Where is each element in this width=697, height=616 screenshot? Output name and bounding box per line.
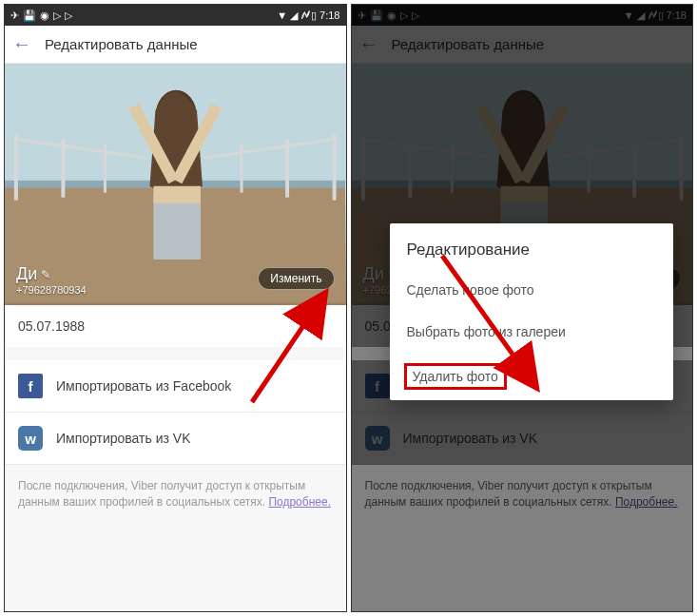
signal-icon: ◢	[290, 10, 298, 22]
facebook-icon: f	[18, 374, 43, 398]
import-vk-label: Импортировать из VK	[56, 431, 191, 446]
change-photo-button[interactable]: Изменить	[258, 267, 334, 290]
edit-photo-dialog: Редактирование Сделать новое фото Выбрат…	[390, 223, 674, 400]
svg-rect-3	[14, 134, 18, 200]
telegram-icon: ✈	[10, 10, 19, 22]
dialog-title: Редактирование	[390, 223, 674, 269]
dialog-option-new-photo[interactable]: Сделать новое фото	[390, 269, 674, 311]
birthday-row[interactable]: 05.07.1988	[5, 305, 346, 347]
name-block: Ди ✎ +79628780934	[16, 264, 87, 296]
play-icon: ▷	[53, 10, 61, 22]
app-bar-title: Редактировать данные	[45, 36, 198, 52]
battery-icon: 🗲▯	[300, 10, 317, 22]
privacy-note: После подключения, Viber получит доступ …	[5, 465, 346, 524]
import-fb-label: Импортировать из Facebook	[56, 378, 231, 394]
status-time: 7:18	[319, 10, 339, 21]
wifi-icon: ▼	[277, 10, 287, 21]
import-vk-row[interactable]: w Импортировать из VK	[5, 413, 346, 465]
svg-rect-12	[153, 194, 201, 260]
app-bar: ← Редактировать данные	[5, 26, 346, 64]
profile-photo-area[interactable]: Ди ✎ +79628780934 Изменить	[5, 64, 346, 305]
learn-more-link[interactable]: Подробнее.	[268, 495, 331, 509]
dialog-option-delete[interactable]: Удалить фото	[390, 353, 674, 400]
back-arrow-icon[interactable]: ←	[12, 33, 31, 55]
vk-icon: w	[18, 426, 43, 451]
save-icon: 💾	[23, 10, 36, 22]
svg-rect-8	[333, 134, 337, 200]
profile-name[interactable]: Ди	[16, 264, 37, 284]
viber-icon: ◉	[40, 10, 49, 22]
import-facebook-row[interactable]: f Импортировать из Facebook	[5, 360, 346, 413]
screenshot-left: ✈ 💾 ◉ ▷ ▷ ▼ ◢ 🗲▯ 7:18 ← Редактировать да…	[4, 4, 347, 612]
svg-rect-13	[153, 186, 201, 203]
birthday-value: 05.07.1988	[18, 318, 85, 334]
play-icon: ▷	[65, 10, 72, 22]
svg-rect-4	[61, 139, 65, 197]
edit-name-icon[interactable]: ✎	[41, 268, 50, 281]
profile-phone: +79628780934	[16, 284, 87, 296]
status-bar: ✈ 💾 ◉ ▷ ▷ ▼ ◢ 🗲▯ 7:18	[5, 5, 346, 26]
dialog-option-gallery[interactable]: Выбрать фото из галереи	[390, 311, 674, 353]
svg-rect-7	[285, 139, 289, 197]
screenshot-right: ✈ 💾 ◉ ▷ ▷ ▼ ◢ 🗲▯ 7:18 ← Редактировать да…	[351, 4, 694, 612]
